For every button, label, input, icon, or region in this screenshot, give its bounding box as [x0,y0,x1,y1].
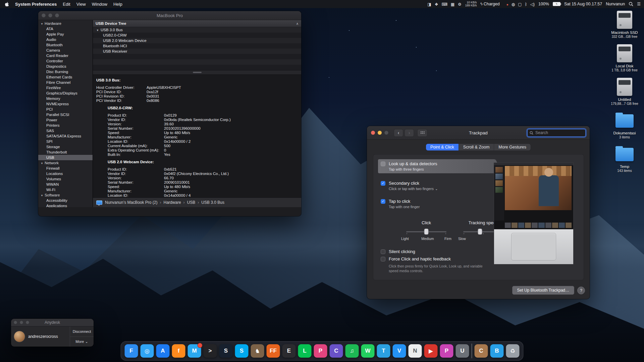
dock-app-icon-camera[interactable]: C [330,344,343,358]
checkbox-look-up[interactable] [381,162,385,166]
desktop-icon[interactable]: Macintosh SSD 332 GB...GB free [608,11,641,39]
dock-app-icon-free-fire[interactable]: FF [267,344,280,358]
sidebar-item[interactable]: Ethernet Cards [38,74,93,80]
dock-app-icon[interactable] [472,344,472,358]
dock-app-icon-trash[interactable]: ♻ [506,344,520,358]
option-dropdown[interactable]: Click or tap with two fingers⌄ [389,187,438,191]
sidebar-item[interactable]: Locations [38,171,93,176]
sidebar-item[interactable]: Fibre Channel [38,80,93,85]
status-icon[interactable]: ⚙ [458,2,462,7]
sidebar-item[interactable]: Disc Burning [38,69,93,74]
sidebar-item[interactable]: PCI [38,107,93,112]
dock-app-icon-app-store[interactable]: A [156,344,170,358]
sidebar-item[interactable]: SAS [38,128,93,133]
sidebar-item[interactable]: Network [38,160,93,166]
sidebar-item[interactable]: WWAN [38,182,93,187]
disconnect-button[interactable]: Disconnect [70,326,94,337]
menu-item[interactable]: Help [113,2,122,7]
tab[interactable]: Point & Click [426,144,459,150]
status-icon[interactable]: ▢ [518,2,522,7]
sidebar-item[interactable]: Wi-Fi [38,187,93,192]
spotlight-button[interactable] [629,2,633,6]
pane-splitter[interactable] [93,70,301,75]
checkbox-secondary-click[interactable] [381,181,385,186]
sidebar-item[interactable]: FireWire [38,85,93,90]
sidebar-item[interactable]: Hardware [38,21,93,26]
dock-app-icon-telegram[interactable]: T [377,344,390,358]
dock-app-icon-terminal[interactable]: > [204,344,217,358]
status-icon[interactable]: ◍ [512,2,515,7]
minimize-button[interactable] [378,131,382,135]
sidebar-item[interactable]: Audio [38,37,93,42]
dock-app-icon-finder[interactable]: F [125,344,138,358]
dock-app-icon-player[interactable]: ▶ [424,344,438,358]
status-icon[interactable]: ᛒ [525,2,527,7]
breadcrumb-item[interactable]: Nunvanun’s MacBook Pro (2) [105,200,158,205]
help-button[interactable]: ? [577,287,585,294]
status-icon[interactable]: ❖ [435,2,438,7]
notification-center-icon[interactable]: ☰ [637,2,641,6]
sidebar-item[interactable]: Volumes [38,176,93,182]
desktop-icon[interactable]: Dokumentasi 3 items [608,111,641,139]
device-tree-row[interactable]: Bluetooth HCI [93,43,301,49]
sidebar-item[interactable]: Thunderbolt [38,149,93,155]
menu-item[interactable]: Window [92,2,107,7]
breadcrumb-item[interactable]: Hardware [158,200,181,205]
status-icon[interactable]: ◨ [427,2,431,7]
sidebar-item[interactable]: Printers [38,123,93,128]
menu-item[interactable]: Edit [63,2,70,7]
dock-app-icon-utilities[interactable]: U [456,344,469,358]
option-silent-clicking[interactable]: Silent clicking [381,249,415,254]
sidebar-item[interactable]: Parallel SCSI [38,112,93,117]
battery-percentage[interactable]: 100% [538,2,549,6]
sidebar-item[interactable]: Card Reader [38,53,93,58]
dock-app-icon-whatsapp[interactable]: W [361,344,375,358]
tracking-slider-thumb[interactable] [478,229,482,235]
dock-app-icon-skype[interactable]: S [235,344,249,358]
status-icon[interactable]: ● [506,3,508,6]
sidebar-item[interactable]: Power [38,117,93,123]
minimize-button[interactable] [48,13,52,17]
checkbox-force-click[interactable] [381,257,385,261]
tab[interactable]: More Gestures [494,144,531,150]
status-icon[interactable]: ⌨ [441,2,447,7]
sidebar-item[interactable]: ATA [38,26,93,32]
sidebar-item[interactable]: SPI [38,139,93,144]
fast-user-switch[interactable]: Nunvanun [606,2,625,6]
status-icon[interactable]: ▦ [451,2,454,7]
menu-bar-clock[interactable]: Sat 15 Aug 00.17.57 [564,2,602,6]
sidebar-item[interactable]: Apple Pay [38,32,93,37]
sidebar-item[interactable]: Storage [38,144,93,149]
device-tree-row[interactable]: USB Receiver [93,49,301,54]
dock-app-icon-paint[interactable]: P [440,344,453,358]
dock-app-icon-notes[interactable]: N [409,344,422,358]
forward-button[interactable]: › [405,129,414,137]
sidebar-item[interactable]: Memory [38,96,93,101]
sidebar-item[interactable]: Diagnostics [38,64,93,69]
dock-app-icon-photos[interactable]: P [314,344,327,358]
dock-app-icon-safari[interactable]: ◎ [141,344,154,358]
sidebar-item[interactable]: Controller [38,58,93,64]
option-secondary-click[interactable]: Secondary click Click or tap with two fi… [378,179,495,193]
sidebar-item[interactable]: Camera [38,48,93,53]
search-field[interactable] [527,129,586,137]
sidebar-item[interactable]: NVMExpress [38,101,93,107]
show-all-preferences-button[interactable] [417,129,427,137]
device-tree-row[interactable]: USB 2.0 Webcam Device [93,38,301,43]
trackpad-titlebar[interactable]: ‹ › Trackpad [367,126,590,140]
desktop-icon[interactable]: Temp 143 items [608,145,641,173]
menu-item[interactable]: View [76,2,86,7]
desktop-icon[interactable]: Local Disk 1 TB, 3,8 GB free [608,44,641,72]
sidebar-item[interactable]: Applications [38,203,93,207]
dock-app-icon-photo-booth[interactable]: B [490,344,504,358]
search-input[interactable] [535,130,583,135]
dock-app-icon-spotify[interactable]: ♫ [345,344,359,358]
dock-app-icon-steam[interactable]: S [219,344,233,358]
sidebar-item[interactable]: Bluetooth [38,42,93,48]
breadcrumb-item[interactable]: USB [181,200,196,205]
anydesk-titlebar[interactable]: Anydesk [11,319,94,326]
usb-device-tree-header[interactable]: USB Device Tree ∧ [93,20,301,27]
sidebar-item[interactable]: Accessibility [38,198,93,203]
close-button[interactable] [42,13,46,17]
apple-menu[interactable] [5,2,9,7]
